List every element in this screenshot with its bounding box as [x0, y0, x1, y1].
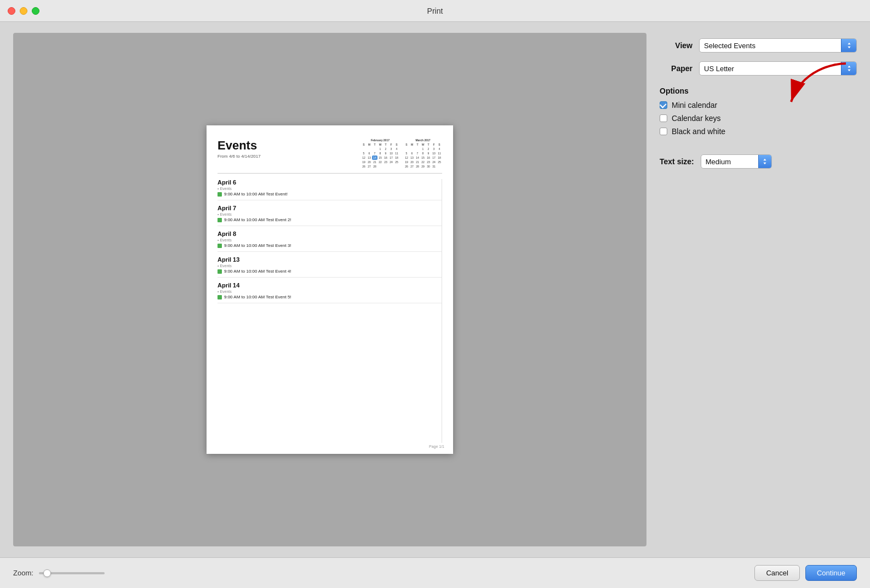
- event-day-4-text: 9:00 AM to 10:00 AM Test Event 4!: [224, 269, 291, 274]
- event-dot: [218, 269, 222, 274]
- black-white-option-row: Black and white: [660, 127, 857, 136]
- event-day-5-calendar: • Events: [218, 290, 442, 293]
- event-day-4: April 13 • Events 9:00 AM to 10:00 AM Te…: [218, 256, 442, 278]
- paper-label: Paper: [660, 64, 692, 73]
- mini-calendars: February 2017 S M T W T F S 1: [361, 139, 442, 169]
- options-title: Options: [660, 87, 857, 95]
- bottom-buttons: Cancel Continue: [754, 565, 857, 581]
- preview-events-list: April 6 • Events 9:00 AM to 10:00 AM Tes…: [218, 179, 442, 443]
- calendar-keys-checkbox[interactable]: [660, 114, 667, 122]
- mini-calendar-label: Mini calendar: [672, 101, 717, 109]
- event-dot: [218, 218, 222, 222]
- close-button[interactable]: [8, 7, 15, 15]
- mini-calendar-checkbox[interactable]: [660, 101, 667, 109]
- event-day-4-calendar: • Events: [218, 264, 442, 268]
- calendar-keys-label: Calendar keys: [672, 114, 721, 123]
- event-day-3-title: April 8: [218, 230, 442, 237]
- continue-button[interactable]: Continue: [805, 565, 857, 581]
- event-day-4-item: 9:00 AM to 10:00 AM Test Event 4!: [218, 269, 442, 274]
- mini-calendar-option-row: Mini calendar: [660, 101, 857, 109]
- mini-cal-feb-grid: S M T W T F S 1 2 3: [361, 142, 399, 169]
- event-day-1: April 6 • Events 9:00 AM to 10:00 AM Tes…: [218, 179, 442, 200]
- minimize-button[interactable]: [20, 7, 27, 15]
- event-day-2-text: 9:00 AM to 10:00 AM Test Event 2!: [224, 217, 291, 222]
- chevron-updown-icon: [762, 158, 768, 165]
- paper-select-value: US Letter: [700, 65, 841, 73]
- event-dot: [218, 192, 222, 197]
- window-controls: [8, 7, 39, 15]
- paper-field-row: Paper US Letter: [660, 61, 857, 76]
- text-size-select[interactable]: Medium: [701, 154, 772, 169]
- cancel-button[interactable]: Cancel: [754, 565, 799, 581]
- event-day-3-calendar: • Events: [218, 238, 442, 242]
- main-content: Events From 4/6 to 4/14/2017 February 20…: [0, 22, 870, 557]
- mini-cal-mar-title: March 2017: [404, 139, 442, 142]
- bottom-bar: Zoom: Cancel Continue: [0, 557, 870, 588]
- event-dot: [218, 244, 222, 248]
- chevron-updown-icon: [846, 42, 852, 49]
- paper-preview: Events From 4/6 to 4/14/2017 February 20…: [207, 125, 453, 454]
- event-day-1-item: 9:00 AM to 10:00 AM Test Event!: [218, 192, 442, 197]
- event-dot: [218, 295, 222, 299]
- text-size-label: Text size:: [660, 157, 694, 166]
- view-select-arrow[interactable]: [841, 39, 856, 52]
- right-panel: View Selected Events Paper US Letter: [660, 33, 857, 546]
- title-bar: Print: [0, 0, 870, 22]
- preview-area: Events From 4/6 to 4/14/2017 February 20…: [13, 33, 646, 546]
- text-size-value: Medium: [701, 158, 758, 166]
- event-day-5: April 14 • Events 9:00 AM to 10:00 AM Te…: [218, 282, 442, 303]
- preview-title: Events: [218, 139, 261, 153]
- calendar-keys-option-row: Calendar keys: [660, 114, 857, 123]
- text-size-arrow[interactable]: [758, 155, 771, 168]
- black-white-checkbox[interactable]: [660, 128, 667, 135]
- event-day-3-item: 9:00 AM to 10:00 AM Test Event 3!: [218, 243, 442, 248]
- page-footer: Page 1/1: [429, 445, 444, 448]
- event-day-1-title: April 6: [218, 179, 442, 186]
- chevron-updown-icon: [846, 65, 852, 72]
- paper-select-arrow[interactable]: [841, 62, 856, 75]
- mini-cal-mar: March 2017 S M T W T F S 1: [404, 139, 442, 169]
- event-day-2-item: 9:00 AM to 10:00 AM Test Event 2!: [218, 217, 442, 222]
- event-day-1-calendar: • Events: [218, 187, 442, 191]
- event-day-3-text: 9:00 AM to 10:00 AM Test Event 3!: [224, 243, 291, 248]
- event-day-5-text: 9:00 AM to 10:00 AM Test Event 5!: [224, 295, 291, 299]
- window-title: Print: [427, 7, 443, 15]
- zoom-section: Zoom:: [13, 569, 105, 577]
- view-field-row: View Selected Events: [660, 38, 857, 53]
- event-day-4-title: April 13: [218, 256, 442, 263]
- paper-select[interactable]: US Letter: [699, 61, 857, 76]
- mini-cal-feb: February 2017 S M T W T F S 1: [361, 139, 399, 169]
- view-select[interactable]: Selected Events: [699, 38, 857, 53]
- zoom-thumb: [43, 569, 51, 577]
- mini-cal-feb-title: February 2017: [361, 139, 399, 142]
- black-white-label: Black and white: [672, 127, 725, 136]
- event-day-2: April 7 • Events 9:00 AM to 10:00 AM Tes…: [218, 205, 442, 226]
- event-day-5-title: April 14: [218, 282, 442, 289]
- text-size-row: Text size: Medium: [660, 154, 857, 169]
- zoom-label: Zoom:: [13, 569, 33, 577]
- event-day-2-calendar: • Events: [218, 212, 442, 216]
- event-day-5-item: 9:00 AM to 10:00 AM Test Event 5!: [218, 295, 442, 299]
- zoom-slider[interactable]: [39, 572, 105, 574]
- view-select-value: Selected Events: [700, 42, 841, 50]
- maximize-button[interactable]: [32, 7, 39, 15]
- paper-header: Events From 4/6 to 4/14/2017 February 20…: [218, 139, 442, 174]
- view-label: View: [660, 41, 692, 50]
- preview-subtitle: From 4/6 to 4/14/2017: [218, 154, 261, 159]
- event-day-2-title: April 7: [218, 205, 442, 211]
- options-section: Options Mini calendar Calendar keys Blac…: [660, 87, 857, 140]
- event-day-1-text: 9:00 AM to 10:00 AM Test Event!: [224, 192, 288, 197]
- mini-cal-mar-grid: S M T W T F S 1 2 3: [404, 142, 442, 169]
- event-day-3: April 8 • Events 9:00 AM to 10:00 AM Tes…: [218, 230, 442, 252]
- paper-title-section: Events From 4/6 to 4/14/2017: [218, 139, 261, 159]
